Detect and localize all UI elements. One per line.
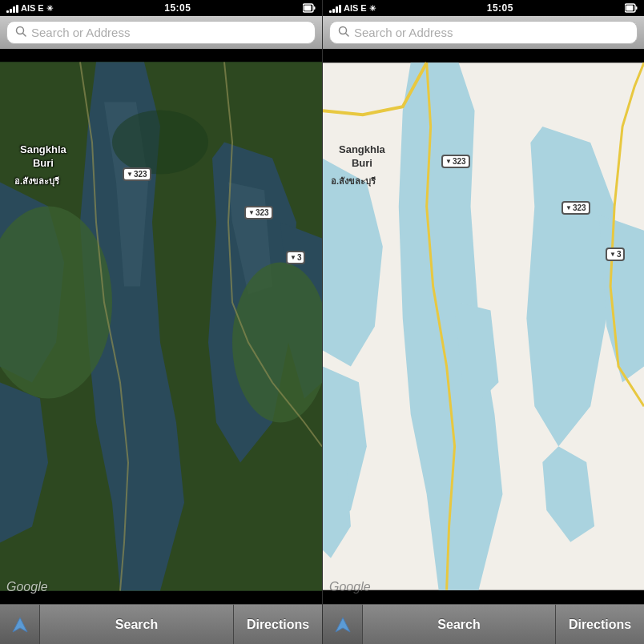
signal-bars-right bbox=[329, 3, 341, 13]
svg-marker-32 bbox=[336, 618, 350, 632]
status-right-left bbox=[303, 3, 316, 13]
right-phone-panel: AIS E ✳ 15:05 Search or Address bbox=[322, 0, 644, 644]
status-time-left: 15:05 bbox=[164, 2, 191, 14]
directions-button-label-right: Directions bbox=[569, 618, 631, 632]
road-badge-323-road-1: ▼ 323 bbox=[441, 155, 470, 168]
directions-button-right[interactable]: Directions bbox=[556, 605, 644, 645]
satellite-map-svg bbox=[0, 49, 322, 604]
gps-button-right[interactable] bbox=[323, 605, 363, 645]
road-badge-3-sat: ▼ 3 bbox=[286, 251, 305, 264]
search-icon-left bbox=[15, 26, 26, 39]
carrier-name: AIS bbox=[21, 3, 35, 13]
signal-bar-r1 bbox=[329, 10, 332, 13]
road-map-area[interactable]: SangkhlaBuri อ.สังขละบุรี ▼ 323 ▼ 323 ▼ … bbox=[323, 49, 644, 604]
status-bar-right: AIS E ✳ 15:05 bbox=[323, 0, 644, 16]
signal-bar-r2 bbox=[332, 9, 335, 13]
road-badge-3-road: ▼ 3 bbox=[606, 248, 625, 261]
svg-rect-1 bbox=[313, 6, 315, 10]
google-watermark-sat: Google bbox=[6, 580, 48, 594]
gps-icon-right bbox=[334, 616, 352, 634]
gps-button-left[interactable] bbox=[0, 605, 40, 645]
signal-bars bbox=[6, 3, 18, 13]
search-placeholder-right: Search or Address bbox=[354, 26, 453, 39]
signal-bar-4 bbox=[16, 5, 18, 13]
search-button-left[interactable]: Search bbox=[40, 605, 234, 645]
status-bar-left: AIS E ✳ 15:05 bbox=[0, 0, 322, 16]
status-left: AIS E ✳ bbox=[6, 3, 53, 13]
road-badge-323-road-2: ▼ 323 bbox=[561, 201, 590, 215]
directions-button-left[interactable]: Directions bbox=[234, 605, 322, 645]
svg-marker-17 bbox=[13, 618, 27, 632]
svg-point-16 bbox=[112, 111, 208, 175]
svg-rect-20 bbox=[626, 6, 633, 11]
satellite-map-area[interactable]: SangkhlaBuri อ.สังขละบุรี ▼ 323 ▼ 323 ▼ … bbox=[0, 49, 322, 604]
status-time-right: 15:05 bbox=[487, 2, 513, 14]
svg-rect-19 bbox=[635, 6, 637, 10]
battery-icon bbox=[303, 3, 316, 13]
search-button-right[interactable]: Search bbox=[363, 605, 556, 645]
toolbar-left: Search Directions bbox=[0, 604, 322, 644]
road-map-svg bbox=[323, 49, 644, 604]
gps-icon-left bbox=[11, 616, 29, 634]
search-bar-left[interactable]: Search or Address bbox=[6, 21, 316, 44]
svg-rect-2 bbox=[304, 6, 311, 11]
sync-icon-right: ✳ bbox=[369, 4, 376, 13]
search-placeholder-left: Search or Address bbox=[31, 26, 130, 39]
toolbar-right: Search Directions bbox=[323, 604, 644, 644]
battery-icon-right bbox=[625, 3, 638, 13]
search-button-label-right: Search bbox=[437, 618, 480, 632]
svg-line-4 bbox=[23, 34, 26, 37]
directions-button-label-left: Directions bbox=[247, 618, 309, 632]
search-button-label-left: Search bbox=[115, 618, 158, 632]
road-badge-323-sat-2: ▼ 323 bbox=[244, 206, 273, 219]
carrier-name-right: AIS bbox=[344, 3, 358, 13]
search-bar-container-left: Search or Address bbox=[0, 16, 322, 49]
signal-bar-1 bbox=[6, 10, 9, 13]
signal-bar-3 bbox=[13, 6, 15, 13]
search-bar-container-right: Search or Address bbox=[323, 16, 644, 49]
road-badge-323-sat-1: ▼ 323 bbox=[123, 167, 151, 181]
search-bar-right[interactable]: Search or Address bbox=[329, 21, 638, 44]
signal-bar-2 bbox=[10, 9, 12, 13]
svg-line-22 bbox=[346, 34, 349, 37]
status-right-right bbox=[625, 3, 638, 13]
status-left-right: AIS E ✳ bbox=[329, 3, 376, 13]
network-type-right: E bbox=[360, 3, 366, 13]
search-icon-right bbox=[338, 26, 349, 39]
sync-icon: ✳ bbox=[46, 4, 53, 13]
google-watermark-road: Google bbox=[329, 580, 371, 594]
signal-bar-r3 bbox=[336, 6, 338, 13]
signal-bar-r4 bbox=[339, 5, 341, 13]
left-phone-panel: AIS E ✳ 15:05 Search or Address bbox=[0, 0, 322, 644]
network-type: E bbox=[38, 3, 43, 13]
